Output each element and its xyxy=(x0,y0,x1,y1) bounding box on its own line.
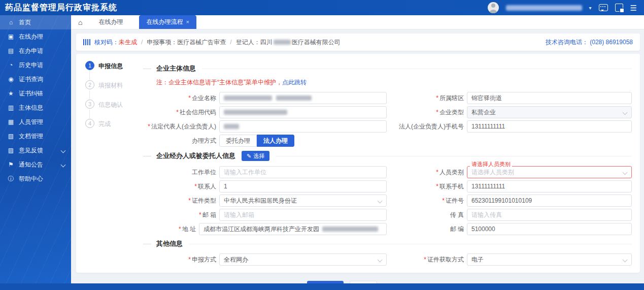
step-number: 3 xyxy=(85,100,94,109)
sidebar-item-pending-applications[interactable]: ▤ 在办申请 xyxy=(0,44,71,58)
select-value: 私营企业 xyxy=(471,108,496,117)
credit-code-label: *社会信用代码 xyxy=(143,108,219,117)
company-name-label: *企业名称 xyxy=(143,94,219,103)
sidebar-item-certificate-query[interactable]: ◉ 证书查询 xyxy=(0,72,71,86)
registrant-redacted xyxy=(274,40,291,45)
hamburger-menu-icon[interactable]: ☰ xyxy=(630,4,637,12)
registrant-label: 登记人： xyxy=(236,38,260,47)
district-input[interactable] xyxy=(467,92,632,104)
sidebar-item-document-management[interactable]: ▧ 文档管理 xyxy=(0,129,71,143)
sidebar-item-home[interactable]: ⌂ 首页 xyxy=(0,15,71,29)
section-title: 企业经办人或被委托人信息 xyxy=(156,151,235,160)
sidebar-item-feedback[interactable]: ▨ 意见反馈 xyxy=(0,143,71,157)
select-agent-button[interactable]: ✎ 选择 xyxy=(242,151,269,161)
main-form-card: 1 申报信息 2 填报材料 3 信息确认 4 完成 企业主体信息 注：企业主体信… xyxy=(76,54,640,273)
tab-online-handling[interactable]: 在线办理 xyxy=(91,15,130,29)
sidebar-item-notices[interactable]: ⚑ 通知公告 xyxy=(0,157,71,172)
section-title: 企业主体信息 xyxy=(156,64,196,73)
legal-handle-button[interactable]: 法人办理 xyxy=(257,135,294,147)
fax-input[interactable] xyxy=(467,209,632,221)
check-code-label: 核对码： xyxy=(94,38,119,47)
work-unit-input[interactable] xyxy=(219,166,387,178)
sidebar: ⌂ 首页 ▣ 在线办理 ▤ 在办申请 ◔ 历史申请 ◉ 证书查询 ★ 证书纠错 … xyxy=(0,15,71,283)
tab-online-handling-flow[interactable]: 在线办理流程 × xyxy=(139,15,196,29)
chevron-down-icon xyxy=(61,148,66,153)
declare-form: 企业主体信息 注：企业主体信息请于“主体信息”菜单中维护，点此跳转 *企业名称 … xyxy=(143,54,640,290)
sidebar-item-label: 通知公告 xyxy=(19,160,43,169)
contact-phone-label: *联系手机 xyxy=(396,182,467,191)
entrust-handle-button[interactable]: 委托办理 xyxy=(219,135,257,147)
sidebar-item-personnel-management[interactable]: ▦ 人员管理 xyxy=(0,115,71,129)
step-number: 2 xyxy=(85,80,94,89)
credit-code-input[interactable] xyxy=(219,106,387,118)
fax-label: 传 真 xyxy=(396,211,467,219)
contact-input[interactable] xyxy=(219,180,387,192)
address-input[interactable]: 成都市温江区成都海峡两岸科技产业开发园 xyxy=(199,223,387,235)
legal-rep-input[interactable] xyxy=(219,120,387,133)
tab-bar: ⌂ 在线办理 在线办理流程 × xyxy=(71,15,644,29)
tab-close-icon[interactable]: × xyxy=(186,19,189,25)
person-type-select[interactable]: 请选择人员类别 xyxy=(467,166,632,178)
note-text: 注：企业主体信息请于“主体信息”菜单中维护， xyxy=(156,79,282,86)
address-value: 成都市温江区成都海峡两岸科技产业开发园 xyxy=(204,225,319,234)
contact-phone-input[interactable] xyxy=(467,180,632,192)
zip-input[interactable] xyxy=(467,223,632,235)
home-icon: ⌂ xyxy=(7,19,15,26)
phone-value: (028) 86919058 xyxy=(590,39,633,46)
sidebar-item-certificate-correction[interactable]: ★ 证书纠错 xyxy=(0,86,71,101)
email-input[interactable] xyxy=(219,209,387,221)
user-dropdown-caret-icon[interactable]: ▾ xyxy=(589,5,592,11)
work-unit-label: 工作单位 xyxy=(143,168,219,177)
select-placeholder: 请选择人员类别 xyxy=(471,168,514,177)
step-number: 1 xyxy=(85,61,94,70)
redacted-value xyxy=(224,95,272,101)
redacted-value xyxy=(224,124,239,129)
company-type-select[interactable]: 私营企业 xyxy=(467,106,632,118)
chevron-down-icon xyxy=(378,199,383,204)
breadcrumb-separator: / xyxy=(230,39,231,46)
message-icon[interactable] xyxy=(599,4,608,11)
username-redacted xyxy=(506,5,582,11)
sidebar-item-help-center[interactable]: ⓘ 帮助中心 xyxy=(0,172,71,186)
id-type-select[interactable]: 中华人民共和国居民身份证 xyxy=(219,195,387,207)
tab-home-icon[interactable]: ⌂ xyxy=(78,19,82,26)
section-other-info: 其他信息 xyxy=(143,239,632,248)
subject-info-icon: ▥ xyxy=(7,104,15,111)
sidebar-item-label: 帮助中心 xyxy=(19,175,43,183)
id-number-label: *证件号 xyxy=(396,197,467,205)
personnel-management-icon: ▦ xyxy=(7,118,15,125)
company-name-input[interactable] xyxy=(219,92,387,104)
section-title: 其他信息 xyxy=(156,239,183,248)
legal-phone-input[interactable] xyxy=(467,120,632,133)
jump-link[interactable]: 点此跳转 xyxy=(282,79,307,86)
document-management-icon: ▧ xyxy=(7,133,15,140)
user-avatar[interactable] xyxy=(488,2,499,13)
sidebar-item-history-applications[interactable]: ◔ 历史申请 xyxy=(0,58,71,72)
step-complete: 4 完成 xyxy=(85,119,141,138)
sidebar-item-label: 首页 xyxy=(19,18,31,27)
step-label: 申报信息 xyxy=(98,62,123,71)
sidebar-item-subject-info[interactable]: ▥ 主体信息 xyxy=(0,101,71,115)
chevron-down-icon xyxy=(378,257,383,263)
id-number-input[interactable] xyxy=(467,195,632,207)
chevron-down-icon xyxy=(623,257,628,263)
registrant-prefix: 四川 xyxy=(260,38,273,47)
apps-icon[interactable] xyxy=(615,4,623,12)
person-type-label: *人员类别 xyxy=(396,168,467,177)
sidebar-item-label: 历史申请 xyxy=(19,61,43,70)
cert-get-mode-select[interactable]: 电子 xyxy=(467,253,632,266)
sidebar-item-label: 证书纠错 xyxy=(19,89,43,98)
app-title: 药品监督管理局行政审批系统 xyxy=(0,3,117,13)
sidebar-item-label: 在线办理 xyxy=(19,33,43,41)
sidebar-item-label: 主体信息 xyxy=(19,104,43,112)
online-handling-icon: ▣ xyxy=(7,33,15,40)
phone-label: 技术咨询电话： xyxy=(546,39,588,46)
select-value: 中华人民共和国居民身份证 xyxy=(224,197,297,205)
sidebar-item-online-handling[interactable]: ▣ 在线办理 xyxy=(0,29,71,44)
legal-rep-label: *法定代表人(企业负责人) xyxy=(143,122,219,131)
registrant-suffix: 医疗器械有限公司 xyxy=(292,38,341,47)
declare-mode-select[interactable]: 全程网办 xyxy=(219,253,387,266)
step-label: 填报材料 xyxy=(98,81,123,90)
redacted-value xyxy=(224,110,287,115)
tab-label: 在线办理流程 xyxy=(146,18,183,26)
